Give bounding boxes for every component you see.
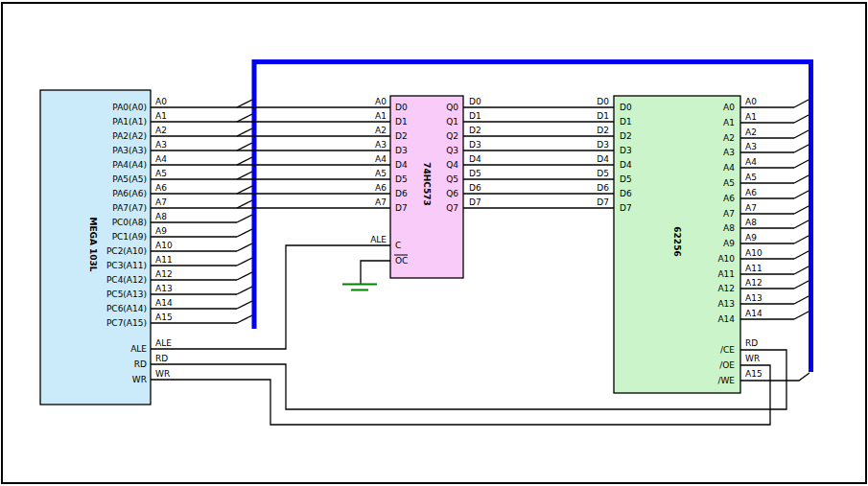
sram-pin-label: A9 bbox=[723, 239, 735, 248]
net-label: D4 bbox=[469, 154, 481, 164]
net-label: D5 bbox=[469, 169, 481, 178]
sram-pin-label: A13 bbox=[717, 299, 735, 309]
bus-entry bbox=[237, 243, 252, 251]
net-label: A7 bbox=[375, 197, 387, 207]
latch-chip-title: 74HC573 bbox=[422, 162, 432, 205]
bus-entry bbox=[237, 143, 252, 150]
net-label: WR bbox=[155, 369, 170, 379]
bus-entry bbox=[237, 215, 252, 222]
bus-entry bbox=[237, 258, 252, 266]
bus-entry bbox=[237, 100, 252, 107]
net-label: A4 bbox=[745, 157, 757, 167]
sram-pin-label: A7 bbox=[723, 209, 735, 219]
mega-pin-label: PA3(A3) bbox=[112, 146, 147, 155]
latch-pin-label: D3 bbox=[395, 146, 408, 155]
latch-pin-label: Q1 bbox=[446, 117, 458, 127]
latch-pin-label: D6 bbox=[395, 189, 408, 198]
sram-pin-label: /OE bbox=[719, 360, 735, 370]
net-label: A4 bbox=[375, 154, 387, 164]
net-label: A13 bbox=[745, 293, 762, 303]
mega-pin-label: PA0(A0) bbox=[112, 103, 147, 112]
sram-pin-label: D3 bbox=[620, 146, 632, 155]
latch-pin-label: OC bbox=[395, 256, 408, 266]
net-label: D4 bbox=[597, 154, 609, 164]
sram-pin-label: D4 bbox=[620, 160, 632, 170]
net-label: A7 bbox=[155, 197, 167, 207]
mega-pin-label: PA1(A1) bbox=[112, 117, 147, 127]
net-label: A9 bbox=[155, 226, 167, 236]
bus-entry bbox=[237, 186, 252, 194]
bus-entry bbox=[237, 272, 252, 280]
net-label: A14 bbox=[745, 309, 762, 318]
bus-entry bbox=[237, 287, 252, 294]
mega-pin-label: PC0(A8) bbox=[112, 218, 147, 227]
sram-chip-title: 62256 bbox=[672, 226, 682, 256]
bus-entry bbox=[794, 130, 809, 138]
mega-pin-label: PA5(A5) bbox=[112, 174, 147, 184]
mega-pin-label: PC4(A12) bbox=[106, 275, 147, 285]
bus-entry bbox=[794, 206, 809, 214]
latch-pin-label: Q0 bbox=[446, 103, 458, 112]
net-label: A8 bbox=[155, 212, 167, 221]
net-label: A0 bbox=[155, 97, 167, 106]
net-label: D2 bbox=[469, 126, 481, 135]
bus-entry bbox=[794, 115, 809, 123]
sram-pin-label: /WE bbox=[717, 376, 735, 385]
mega-pin-label: PC6(A14) bbox=[106, 304, 147, 313]
sram-pin-label: D1 bbox=[620, 117, 632, 127]
net-label: D2 bbox=[597, 126, 609, 135]
schematic-page: MEGA 103L 74HC573 62256 PA0(A0)A0PA1(A1)… bbox=[0, 0, 868, 486]
sram-pin-label: A3 bbox=[723, 148, 735, 157]
bus-entry bbox=[237, 172, 252, 179]
sram-pin-label: A12 bbox=[717, 284, 735, 293]
latch-pin-label: Q2 bbox=[446, 131, 458, 141]
net-label: A10 bbox=[745, 248, 762, 258]
bus-entry bbox=[794, 236, 809, 243]
net-label: A5 bbox=[375, 169, 387, 178]
net-label: A5 bbox=[155, 169, 167, 178]
ground-symbol bbox=[342, 285, 377, 290]
bus-entry bbox=[794, 145, 809, 152]
mega-pin-label: PC1(A9) bbox=[112, 232, 147, 242]
mega-pin-label: PA4(A4) bbox=[112, 160, 147, 170]
net-label: A2 bbox=[745, 127, 757, 137]
net-label: A7 bbox=[745, 203, 757, 213]
sram-pin-label: A10 bbox=[717, 254, 735, 264]
net-label: A6 bbox=[745, 188, 757, 197]
mega-pin-label: PA6(A6) bbox=[112, 189, 147, 198]
mega-pin-label: PC2(A10) bbox=[106, 246, 147, 256]
net-label: D0 bbox=[469, 97, 481, 106]
net-label: A13 bbox=[155, 284, 173, 293]
net-label: A3 bbox=[155, 140, 167, 150]
mega-pin-label: PC7(A15) bbox=[106, 318, 147, 328]
bus-entry bbox=[794, 312, 809, 319]
latch-pin-label: D1 bbox=[395, 117, 408, 127]
sram-pin-label: A6 bbox=[723, 194, 735, 203]
bus-entry bbox=[794, 175, 809, 183]
latch-pin-label: D2 bbox=[395, 131, 408, 141]
schematic-canvas: MEGA 103L 74HC573 62256 PA0(A0)A0PA1(A1)… bbox=[0, 0, 868, 486]
mega-chip-title: MEGA 103L bbox=[88, 217, 98, 271]
net-label: D6 bbox=[469, 183, 481, 193]
mega-pin-label: PC5(A13) bbox=[106, 289, 147, 299]
net-label: A2 bbox=[375, 126, 387, 135]
net-label: A14 bbox=[155, 298, 173, 308]
bus-entry bbox=[794, 160, 809, 168]
net-label: A3 bbox=[375, 140, 387, 150]
net-label: A10 bbox=[155, 241, 173, 250]
latch-pin-label: Q6 bbox=[446, 189, 458, 198]
bus-entry bbox=[237, 128, 252, 136]
bus-entry bbox=[794, 281, 809, 289]
net-label: D7 bbox=[597, 197, 609, 207]
net-label: A15 bbox=[155, 312, 173, 322]
net-label: A6 bbox=[155, 183, 167, 193]
latch-pin-label: Q4 bbox=[446, 160, 458, 170]
sram-pin-label: A11 bbox=[717, 269, 735, 279]
net-label: A8 bbox=[745, 218, 757, 227]
bus-entry bbox=[237, 200, 252, 208]
net-label: ALE bbox=[370, 235, 387, 244]
sram-pin-label: A2 bbox=[723, 133, 735, 143]
mega-pin-label: PA2(A2) bbox=[112, 131, 147, 141]
latch-pin-label: Q3 bbox=[446, 146, 458, 155]
net-label: D5 bbox=[597, 169, 609, 178]
